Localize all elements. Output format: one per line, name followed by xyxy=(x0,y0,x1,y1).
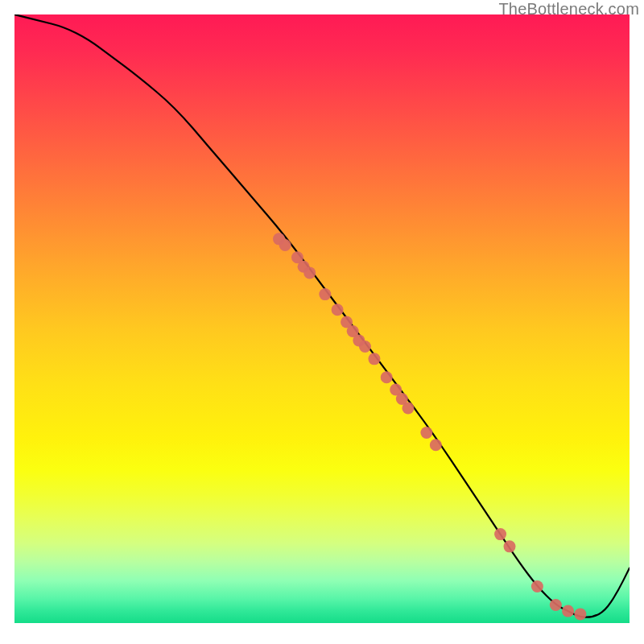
chart-svg xyxy=(14,14,630,630)
chart-stage: TheBottleneck.com xyxy=(0,0,644,644)
data-marker xyxy=(494,528,506,540)
baseline-strip xyxy=(14,623,630,630)
plot-area xyxy=(14,14,630,630)
data-marker xyxy=(303,266,316,279)
data-marker xyxy=(368,353,380,365)
data-marker xyxy=(319,288,331,300)
data-marker xyxy=(531,580,543,592)
data-marker xyxy=(430,439,442,451)
data-marker xyxy=(420,427,432,439)
bottleneck-curve xyxy=(14,14,630,617)
data-marker xyxy=(574,608,586,620)
data-marker xyxy=(279,239,291,251)
data-marker xyxy=(332,303,344,316)
data-marker xyxy=(504,540,516,552)
data-marker xyxy=(550,599,562,611)
data-marker xyxy=(381,371,393,383)
data-marker xyxy=(402,402,414,414)
data-marker xyxy=(562,605,574,617)
data-marker xyxy=(359,341,371,353)
